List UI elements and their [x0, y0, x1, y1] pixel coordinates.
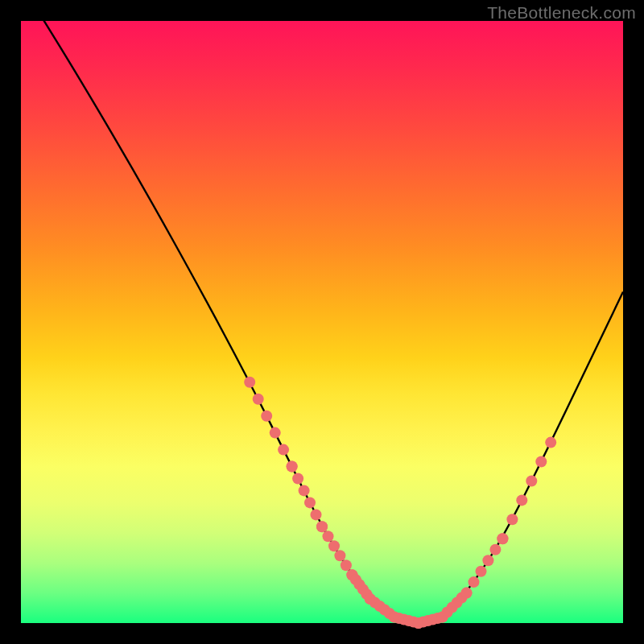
chart-curve-group [33, 3, 623, 622]
curve-marker-dot [311, 509, 322, 520]
curve-marker-dot [270, 427, 281, 439]
watermark-text: TheBottleneck.com [487, 3, 636, 23]
chart-svg [21, 21, 623, 623]
curve-marker-dot [334, 550, 345, 561]
curve-marker-dot [278, 444, 289, 456]
chart-plot-area [21, 21, 623, 623]
curve-marker-dot [316, 521, 328, 532]
curve-marker-dot [516, 494, 527, 506]
curve-marker-dot [469, 576, 480, 588]
chart-marker-group [244, 377, 556, 629]
curve-marker-dot [261, 411, 272, 422]
curve-marker-dot [526, 476, 537, 487]
curve-marker-dot [292, 473, 303, 485]
curve-marker-dot [328, 540, 340, 551]
curve-marker-dot [253, 394, 264, 405]
curve-marker-dot [461, 588, 473, 599]
curve-marker-dot [535, 456, 547, 468]
bottleneck-curve-path [33, 3, 623, 622]
curve-marker-dot [304, 497, 316, 508]
curve-marker-dot [244, 377, 255, 388]
curve-marker-dot [476, 566, 487, 577]
curve-marker-dot [299, 485, 310, 496]
chart-frame: TheBottleneck.com [0, 0, 644, 644]
curve-marker-dot [482, 555, 493, 566]
curve-marker-dot [341, 559, 352, 571]
curve-marker-dot [497, 533, 508, 544]
curve-marker-dot [545, 437, 556, 448]
curve-marker-dot [506, 514, 518, 525]
curve-marker-dot [489, 544, 501, 555]
curve-marker-dot [287, 461, 298, 473]
curve-marker-dot [323, 530, 334, 542]
